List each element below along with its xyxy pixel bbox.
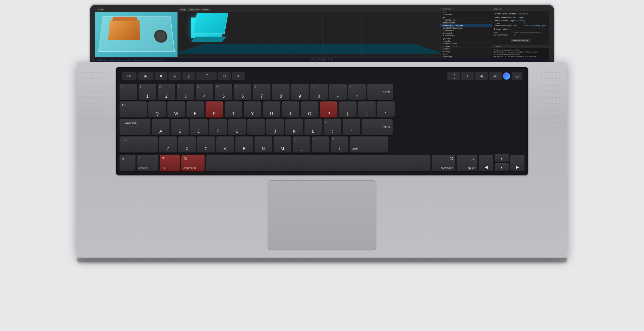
- key-0[interactable]: ) 0: [310, 84, 328, 100]
- touch-bar: esc ▶ ■ ‹ › // ⊟ ✎ ( ✳ ◀) ◀✕: [120, 71, 524, 81]
- key-z[interactable]: Z: [159, 137, 177, 152]
- key-v[interactable]: V: [216, 137, 234, 152]
- speaker-dot: [559, 91, 560, 92]
- key-minus[interactable]: – -: [329, 84, 347, 100]
- trackpad[interactable]: [268, 180, 376, 250]
- tb-power-btn[interactable]: ⏻: [512, 72, 522, 80]
- key-n[interactable]: N: [255, 137, 272, 152]
- key-3[interactable]: # 3: [177, 84, 194, 100]
- h-waterbottle-anim: waterBottleFlourAnimator: [440, 24, 492, 27]
- speaker-dot: [100, 129, 101, 130]
- tb-next-btn[interactable]: ›: [182, 72, 195, 80]
- key-2[interactable]: @ 2: [158, 84, 175, 100]
- speaker-dot: [548, 129, 549, 130]
- key-e[interactable]: E: [187, 101, 204, 117]
- key-equals[interactable]: + =: [348, 84, 366, 100]
- key-tab[interactable]: tab: [120, 101, 147, 117]
- key-bracket-r[interactable]: } ]: [358, 101, 376, 117]
- key-k[interactable]: K: [285, 119, 303, 135]
- tb-brightness-btn[interactable]: ✳: [461, 72, 474, 80]
- key-c[interactable]: C: [197, 137, 215, 152]
- key-u[interactable]: U: [263, 101, 280, 117]
- speaker-dot: [93, 78, 94, 79]
- key-h[interactable]: H: [247, 119, 265, 135]
- key-space[interactable]: [206, 155, 430, 171]
- panel-right-inner: Hierarchy float ✓ matchbox pot ✓ tableGa…: [440, 7, 549, 62]
- speaker-dot: [86, 78, 87, 79]
- key-arrow-left[interactable]: ◀: [479, 155, 493, 171]
- key-bracket-l[interactable]: { [: [339, 101, 357, 117]
- key-8[interactable]: * 8: [272, 84, 290, 100]
- key-5[interactable]: % 5: [215, 84, 232, 100]
- key-arrow-right[interactable]: ▶: [510, 155, 524, 171]
- key-m[interactable]: M: [274, 137, 291, 152]
- key-l[interactable]: L: [304, 119, 322, 135]
- key-delete[interactable]: delete: [367, 84, 393, 100]
- key-command-left[interactable]: ⌘ command: [181, 155, 205, 171]
- tb-slash-btn[interactable]: //: [196, 72, 217, 80]
- key-g[interactable]: G: [228, 119, 246, 135]
- row-bottom: fn ^ control alt ⌥ ⌘ command: [120, 154, 524, 171]
- key-arrow-down[interactable]: ▼: [495, 163, 509, 171]
- key-r[interactable]: R: [206, 101, 223, 117]
- tb-edit-btn[interactable]: ✎: [232, 72, 245, 80]
- key-o[interactable]: O: [301, 101, 318, 117]
- key-4[interactable]: $ 4: [196, 84, 213, 100]
- key-semicolon[interactable]: : ;: [324, 119, 341, 135]
- key-comma[interactable]: < ,: [293, 137, 310, 152]
- key-backslash[interactable]: | \: [377, 101, 395, 117]
- key-d[interactable]: D: [190, 119, 208, 135]
- key-option[interactable]: ⌥ option: [457, 155, 477, 171]
- key-command-right[interactable]: ⌘ command: [432, 155, 455, 171]
- speaker-dot: [90, 91, 91, 92]
- key-w[interactable]: W: [167, 101, 185, 117]
- key-q[interactable]: Q: [148, 101, 166, 117]
- key-b[interactable]: B: [235, 137, 253, 152]
- h-steam: steamPlayer: [440, 55, 492, 58]
- key-control[interactable]: ^ control: [137, 155, 158, 171]
- tb-moon-btn[interactable]: (: [447, 72, 460, 80]
- h-waterbottle-pour: waterBottlePourAnimator: [440, 27, 492, 29]
- speaker-dot: [555, 72, 556, 73]
- key-f[interactable]: F: [209, 119, 227, 135]
- key-shift-right[interactable]: shift: [350, 137, 388, 152]
- key-a[interactable]: A: [152, 119, 170, 135]
- key-6[interactable]: ^ 6: [234, 84, 251, 100]
- key-t[interactable]: T: [225, 101, 242, 117]
- key-return[interactable]: return: [362, 119, 393, 135]
- tb-prev-btn[interactable]: ‹: [168, 72, 181, 80]
- key-arrow-up[interactable]: ▲: [495, 154, 509, 162]
- speaker-dot: [90, 78, 91, 79]
- key-y[interactable]: Y: [244, 101, 261, 117]
- key-9[interactable]: ( 9: [291, 84, 309, 100]
- tb-siri-btn[interactable]: [503, 72, 510, 80]
- key-i[interactable]: I: [282, 101, 299, 117]
- key-1[interactable]: ! 1: [139, 84, 156, 100]
- tb-volume-btn[interactable]: ◀): [475, 72, 488, 80]
- tb-stop-btn[interactable]: ■: [155, 72, 167, 80]
- tb-frame-btn[interactable]: ⊟: [218, 72, 231, 80]
- key-quote[interactable]: " ': [343, 119, 360, 135]
- inspector-add-component[interactable]: Add Component: [492, 36, 549, 43]
- key-period[interactable]: > .: [312, 137, 329, 152]
- key-slash[interactable]: ? /: [331, 137, 348, 152]
- speaker-dot: [541, 85, 542, 86]
- key-7[interactable]: & 7: [253, 84, 270, 100]
- key-j[interactable]: J: [266, 119, 284, 135]
- tb-play-btn[interactable]: ▶: [138, 72, 154, 80]
- speaker-dot: [545, 91, 546, 92]
- esc-key[interactable]: esc: [122, 72, 137, 80]
- key-fn[interactable]: fn: [120, 155, 135, 171]
- speaker-dot: [93, 110, 94, 111]
- touch-bar-controls: ▶ ■ ‹ › // ⊟ ✎: [138, 72, 291, 80]
- tb-mute-btn[interactable]: ◀✕: [489, 72, 502, 80]
- key-caps-lock[interactable]: caps lock: [120, 119, 150, 135]
- key-shift-left[interactable]: shift: [120, 137, 158, 152]
- key-alt[interactable]: alt ⌥: [160, 155, 180, 171]
- speaker-dot: [559, 103, 560, 104]
- key-p[interactable]: P: [320, 101, 337, 117]
- key-x[interactable]: X: [178, 137, 196, 152]
- key-s[interactable]: S: [171, 119, 189, 135]
- key-tilde[interactable]: ~ `: [120, 84, 137, 100]
- game-object-box: [108, 20, 140, 40]
